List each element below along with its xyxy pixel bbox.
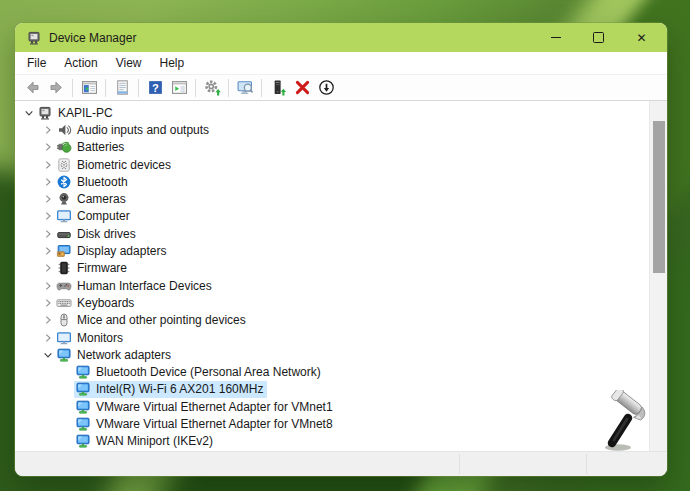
disk-drive-icon bbox=[56, 226, 72, 242]
tree-item-content[interactable]: Cameras bbox=[55, 191, 130, 208]
network-adapter-icon bbox=[56, 347, 72, 363]
tree-item-content[interactable]: VMware Virtual Ethernet Adapter for VMne… bbox=[74, 416, 337, 433]
display-adapter-icon bbox=[56, 243, 72, 259]
tree-item[interactable]: Display adapters bbox=[15, 242, 650, 259]
chevron-right-icon[interactable] bbox=[41, 332, 55, 344]
tree-item[interactable]: Network adapters bbox=[15, 346, 650, 363]
network-adapter-icon bbox=[75, 381, 91, 397]
tree-item[interactable]: Computer bbox=[15, 208, 650, 225]
disable-device-button[interactable] bbox=[314, 77, 338, 99]
device-tree-pane: KAPIL-PCAudio inputs and outputsBatterie… bbox=[15, 101, 667, 451]
tree-item-selected[interactable]: Intel(R) Wi-Fi 6 AX201 160MHz bbox=[74, 381, 267, 398]
scan-hardware-changes-button[interactable] bbox=[233, 77, 257, 99]
tree-item-content[interactable]: Monitors bbox=[55, 329, 127, 346]
chevron-down-icon[interactable] bbox=[41, 349, 55, 361]
minimize-icon bbox=[551, 37, 561, 38]
chevron-right-icon[interactable] bbox=[41, 314, 55, 326]
tree-item[interactable]: Intel(R) Wi-Fi 6 AX201 160MHz bbox=[15, 381, 650, 398]
chevron-right-icon[interactable] bbox=[41, 141, 55, 153]
chevron-down-icon[interactable] bbox=[22, 107, 36, 119]
back-button[interactable] bbox=[20, 77, 44, 99]
tree-item-label: Cameras bbox=[77, 192, 126, 206]
window-title: Device Manager bbox=[49, 31, 136, 45]
tree-item-content[interactable]: Audio inputs and outputs bbox=[55, 122, 213, 139]
chevron-right-icon[interactable] bbox=[41, 176, 55, 188]
menu-file[interactable]: File bbox=[27, 53, 55, 73]
action-pane-icon bbox=[171, 79, 188, 96]
chevron-right-icon[interactable] bbox=[41, 159, 55, 171]
tree-item[interactable]: KAPIL-PC bbox=[15, 104, 650, 121]
tree-item-label: Batteries bbox=[77, 140, 124, 154]
device-tree: KAPIL-PCAudio inputs and outputsBatterie… bbox=[15, 101, 650, 450]
tree-item[interactable]: Mice and other pointing devices bbox=[15, 312, 650, 329]
tree-item-content[interactable]: Display adapters bbox=[55, 243, 170, 260]
network-adapter-icon bbox=[75, 416, 91, 432]
update-driver-button[interactable] bbox=[266, 77, 290, 99]
tree-item-label: KAPIL-PC bbox=[58, 106, 113, 120]
tree-item[interactable]: VMware Virtual Ethernet Adapter for VMne… bbox=[15, 415, 650, 432]
tree-item[interactable]: Bluetooth bbox=[15, 173, 650, 190]
chevron-right-icon[interactable] bbox=[41, 245, 55, 257]
chevron-right-icon[interactable] bbox=[41, 297, 55, 309]
tree-item-content[interactable]: Batteries bbox=[55, 139, 128, 156]
arrow-left-icon bbox=[24, 79, 41, 96]
menu-view[interactable]: View bbox=[107, 53, 151, 73]
tree-item[interactable]: WAN Miniport (IKEv2) bbox=[15, 433, 650, 450]
tree-item-content[interactable]: Network adapters bbox=[55, 347, 175, 364]
chevron-right-icon[interactable] bbox=[41, 262, 55, 274]
tree-item-content[interactable]: Bluetooth Device (Personal Area Network) bbox=[74, 364, 325, 381]
tree-item[interactable]: VMware Virtual Ethernet Adapter for VMne… bbox=[15, 398, 650, 415]
tree-item[interactable]: Cameras bbox=[15, 190, 650, 207]
monitor-search-icon bbox=[237, 79, 254, 96]
tree-item-content[interactable]: Biometric devices bbox=[55, 156, 175, 173]
tree-item-content[interactable]: WAN Miniport (IKEv2) bbox=[74, 433, 217, 450]
title-bar[interactable]: Device Manager ✕ bbox=[15, 23, 667, 52]
chevron-right-icon[interactable] bbox=[41, 124, 55, 136]
tree-item[interactable]: Biometric devices bbox=[15, 156, 650, 173]
minimize-button[interactable] bbox=[534, 23, 577, 52]
tree-item-content[interactable]: KAPIL-PC bbox=[36, 104, 117, 121]
tree-item[interactable]: Keyboards bbox=[15, 294, 650, 311]
tree-item-content[interactable]: Keyboards bbox=[55, 295, 138, 312]
close-icon: ✕ bbox=[636, 32, 646, 44]
forward-button[interactable] bbox=[44, 77, 68, 99]
window-controls: ✕ bbox=[534, 23, 663, 52]
tree-item-label: Monitors bbox=[77, 331, 123, 345]
chevron-right-icon[interactable] bbox=[41, 228, 55, 240]
tree-item-content[interactable]: Computer bbox=[55, 208, 134, 225]
chevron-right-icon[interactable] bbox=[41, 193, 55, 205]
help-button[interactable]: ? bbox=[143, 77, 167, 99]
menu-bar: FileActionViewHelp bbox=[15, 52, 667, 75]
uninstall-device-button[interactable] bbox=[290, 77, 314, 99]
tree-item-label: Bluetooth bbox=[77, 175, 128, 189]
maximize-button[interactable] bbox=[577, 23, 620, 52]
add-drivers-button[interactable] bbox=[200, 77, 224, 99]
tree-item-content[interactable]: Disk drives bbox=[55, 225, 140, 242]
tree-item-content[interactable]: Bluetooth bbox=[55, 174, 132, 191]
tree-item[interactable]: Disk drives bbox=[15, 225, 650, 242]
tree-item-content[interactable]: Firmware bbox=[55, 260, 131, 277]
scrollbar-thumb[interactable] bbox=[653, 121, 665, 273]
menu-action[interactable]: Action bbox=[55, 53, 106, 73]
tree-item-label: Firmware bbox=[77, 261, 127, 275]
tree-item[interactable]: Human Interface Devices bbox=[15, 277, 650, 294]
close-button[interactable]: ✕ bbox=[620, 23, 663, 52]
chevron-right-icon[interactable] bbox=[41, 280, 55, 292]
menu-help[interactable]: Help bbox=[151, 53, 194, 73]
tree-item-content[interactable]: VMware Virtual Ethernet Adapter for VMne… bbox=[74, 398, 337, 415]
properties-icon bbox=[114, 79, 131, 96]
tree-item-content[interactable]: Mice and other pointing devices bbox=[55, 312, 250, 329]
action-pane-button[interactable] bbox=[167, 77, 191, 99]
tree-item-content[interactable]: Human Interface Devices bbox=[55, 277, 216, 294]
tree-item[interactable]: Monitors bbox=[15, 329, 650, 346]
tree-item-label: WAN Miniport (IKEv2) bbox=[96, 434, 213, 448]
mouse-icon bbox=[56, 312, 72, 328]
properties-button[interactable] bbox=[110, 77, 134, 99]
chevron-right-icon[interactable] bbox=[41, 210, 55, 222]
tree-item[interactable]: Audio inputs and outputs bbox=[15, 121, 650, 138]
tree-item[interactable]: Batteries bbox=[15, 139, 650, 156]
console-tree-icon bbox=[81, 79, 98, 96]
tree-item[interactable]: Bluetooth Device (Personal Area Network) bbox=[15, 363, 650, 380]
tree-item[interactable]: Firmware bbox=[15, 260, 650, 277]
show-hide-console-tree-button[interactable] bbox=[77, 77, 101, 99]
